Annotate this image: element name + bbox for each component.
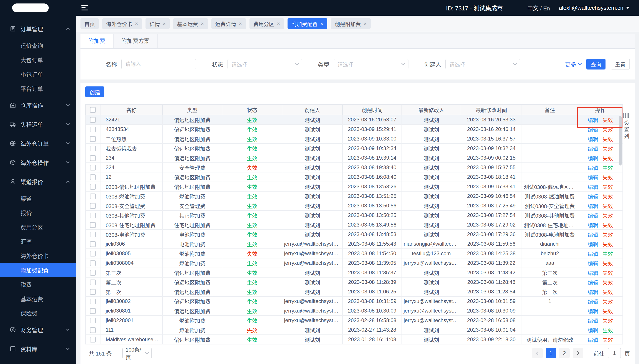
edit-link[interactable]: 编辑: [588, 232, 598, 238]
sidebar-item-5-2[interactable]: 费用分区: [0, 220, 76, 234]
toggle-status-link[interactable]: 失效: [602, 213, 613, 219]
page-button-1[interactable]: 1: [546, 348, 556, 358]
open-tab-1[interactable]: 海外仓价卡×: [102, 18, 142, 29]
edit-link[interactable]: 编辑: [588, 299, 598, 305]
row-checkbox[interactable]: [90, 299, 96, 304]
reset-button[interactable]: 重置: [611, 59, 630, 70]
toggle-status-link[interactable]: 失效: [602, 270, 613, 276]
edit-link[interactable]: 编辑: [588, 289, 598, 295]
row-checkbox[interactable]: [90, 232, 96, 238]
lang-en-label[interactable]: / En: [540, 5, 550, 12]
sidebar-item-0-1[interactable]: 大包订单: [0, 52, 76, 67]
sidebar-group-1[interactable]: 仓库操作: [0, 96, 76, 115]
more-filters-link[interactable]: 更多: [565, 60, 581, 68]
close-icon[interactable]: ×: [200, 21, 204, 26]
toggle-status-link[interactable]: 失效: [602, 337, 613, 343]
toggle-status-link[interactable]: 生效: [602, 251, 613, 257]
row-checkbox[interactable]: [90, 194, 96, 199]
row-checkbox[interactable]: [90, 289, 96, 295]
row-checkbox[interactable]: [90, 146, 96, 152]
page-button-2[interactable]: 2: [559, 348, 570, 358]
open-tab-4[interactable]: 运费详情×: [211, 18, 246, 29]
search-button[interactable]: 查询: [586, 59, 605, 70]
row-checkbox[interactable]: [90, 184, 96, 190]
sidebar-group-6[interactable]: 财务管理: [0, 320, 76, 339]
sidebar-group-8[interactable]: 系统日志: [0, 358, 76, 364]
row-checkbox[interactable]: [90, 212, 96, 218]
row-checkbox[interactable]: [90, 136, 96, 142]
row-checkbox[interactable]: [90, 260, 96, 266]
row-checkbox[interactable]: [90, 318, 96, 324]
toggle-status-link[interactable]: 失效: [602, 184, 613, 190]
edit-link[interactable]: 编辑: [588, 270, 598, 276]
sidebar-group-4[interactable]: 海外仓操作: [0, 153, 76, 172]
close-icon[interactable]: ×: [135, 21, 138, 26]
toggle-status-link[interactable]: 失效: [602, 289, 613, 295]
sidebar-item-5-1[interactable]: 报价: [0, 206, 76, 220]
toggle-status-link[interactable]: 失效: [602, 318, 613, 324]
row-checkbox[interactable]: [90, 222, 96, 228]
open-tab-6[interactable]: 附加费配置×: [288, 18, 327, 29]
sidebar-group-3[interactable]: 海外仓订单: [0, 134, 76, 153]
subtab-0[interactable]: 附加费: [81, 34, 114, 48]
row-checkbox[interactable]: [90, 280, 96, 285]
edit-link[interactable]: 编辑: [588, 165, 598, 171]
row-checkbox[interactable]: [90, 117, 96, 123]
toggle-status-link[interactable]: 失效: [602, 222, 613, 228]
edit-link[interactable]: 编辑: [588, 260, 598, 266]
toggle-status-link[interactable]: 失效: [602, 260, 613, 266]
create-button[interactable]: 创建: [85, 86, 104, 97]
edit-link[interactable]: 编辑: [588, 251, 598, 257]
goto-page-input[interactable]: [608, 348, 621, 358]
sidebar-item-0-3[interactable]: 平台订单: [0, 81, 76, 96]
select-all-checkbox[interactable]: [90, 107, 96, 113]
row-checkbox[interactable]: [90, 174, 96, 180]
sidebar-item-5-5[interactable]: 附加费配置: [0, 263, 76, 277]
collapse-sidebar-button[interactable]: [81, 5, 88, 10]
toggle-status-link[interactable]: 失效: [602, 203, 613, 209]
edit-link[interactable]: 编辑: [588, 308, 598, 314]
edit-link[interactable]: 编辑: [588, 328, 598, 334]
edit-link[interactable]: 编辑: [588, 242, 598, 247]
toggle-status-link[interactable]: 失效: [602, 117, 613, 123]
edit-link[interactable]: 编辑: [588, 203, 598, 209]
open-tab-7[interactable]: 创建附加费×: [331, 18, 371, 29]
edit-link[interactable]: 编辑: [588, 337, 598, 343]
row-checkbox[interactable]: [90, 251, 96, 256]
sidebar-item-5-4[interactable]: 海外仓价卡: [0, 248, 76, 263]
next-page-button[interactable]: [573, 348, 583, 358]
edit-link[interactable]: 编辑: [588, 222, 598, 228]
filter-select-1[interactable]: 请选择: [228, 59, 302, 69]
close-icon[interactable]: ×: [277, 21, 280, 26]
toggle-status-link[interactable]: 失效: [602, 194, 613, 200]
open-tab-2[interactable]: 详情×: [145, 18, 170, 29]
user-menu[interactable]: alexli@walltechsystem.cn: [559, 4, 629, 11]
row-checkbox[interactable]: [90, 203, 96, 209]
open-tab-3[interactable]: 基本运费×: [173, 18, 208, 29]
row-checkbox[interactable]: [90, 308, 96, 314]
close-icon[interactable]: ×: [162, 21, 166, 26]
edit-link[interactable]: 编辑: [588, 127, 598, 133]
edit-link[interactable]: 编辑: [588, 117, 598, 123]
toggle-status-link[interactable]: 失效: [602, 127, 613, 133]
edit-link[interactable]: 编辑: [588, 318, 598, 324]
edit-link[interactable]: 编辑: [588, 280, 598, 286]
column-settings-control[interactable]: 设置列: [622, 104, 630, 344]
sidebar-item-0-0[interactable]: 运价查询: [0, 38, 76, 52]
close-icon[interactable]: ×: [363, 21, 367, 26]
toggle-status-link[interactable]: 失效: [602, 232, 613, 238]
lang-zh-label[interactable]: 中文: [527, 5, 539, 12]
row-checkbox[interactable]: [90, 270, 96, 276]
sidebar-item-5-7[interactable]: 基本运费: [0, 292, 76, 306]
filter-select-3[interactable]: 请选择: [446, 59, 520, 69]
edit-link[interactable]: 编辑: [588, 136, 598, 142]
toggle-status-link[interactable]: 失效: [602, 146, 613, 152]
toggle-status-link[interactable]: 失效: [602, 308, 613, 314]
close-icon[interactable]: ×: [239, 21, 242, 26]
toggle-status-link[interactable]: 失效: [602, 242, 613, 247]
toggle-status-link[interactable]: 失效: [602, 136, 613, 142]
filter-select-2[interactable]: 请选择: [334, 59, 408, 69]
sidebar-item-5-3[interactable]: 汇率: [0, 234, 76, 248]
edit-link[interactable]: 编辑: [588, 174, 598, 180]
row-checkbox[interactable]: [90, 337, 96, 342]
